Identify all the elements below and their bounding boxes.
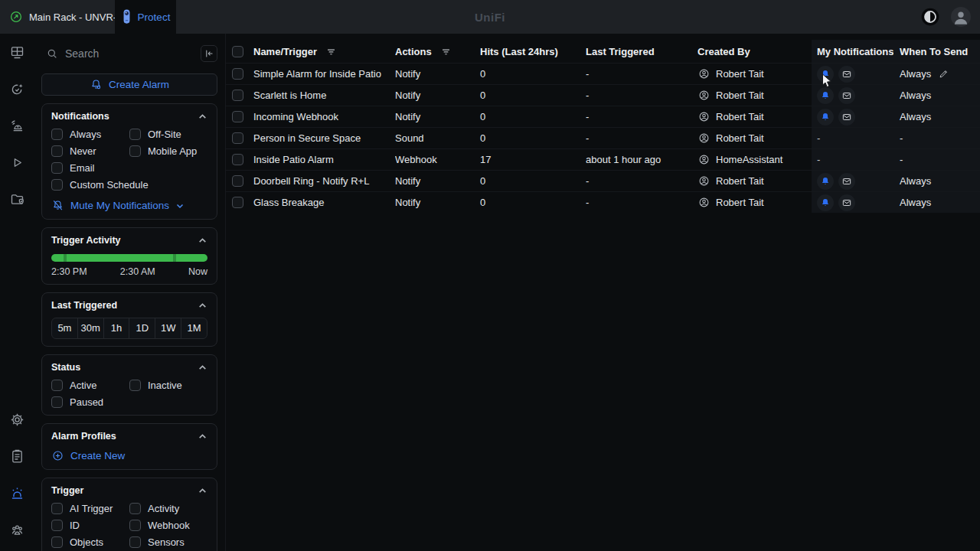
filter-lines-icon[interactable] [441, 47, 451, 57]
filter-id[interactable]: ID [51, 520, 129, 531]
nav-ai-search[interactable] [6, 78, 28, 99]
nav-dashboard[interactable] [6, 41, 28, 63]
filter-lines-icon[interactable] [326, 47, 336, 57]
checkbox[interactable] [51, 536, 63, 548]
checkbox[interactable] [51, 129, 63, 140]
chevron-up-icon[interactable] [198, 236, 207, 246]
checkbox[interactable] [129, 380, 141, 391]
range-1d[interactable]: 1D [129, 318, 155, 338]
filter-activity[interactable]: Activity [129, 503, 207, 514]
chevron-up-icon[interactable] [198, 112, 207, 122]
row-checkbox[interactable] [232, 175, 243, 187]
table-row[interactable]: Glass Breakage Notify 0 - Robert Tait [226, 191, 980, 213]
select-all-checkbox[interactable] [232, 46, 243, 57]
col-created-by[interactable]: Created By [697, 46, 812, 57]
edit-pencil-icon[interactable] [938, 68, 949, 80]
checkbox[interactable] [51, 162, 63, 174]
checkbox[interactable] [129, 129, 141, 140]
nav-archive[interactable] [6, 188, 28, 210]
notification-bell-button[interactable] [817, 194, 834, 211]
theme-toggle-icon[interactable] [920, 7, 940, 27]
chevron-up-icon[interactable] [198, 486, 207, 496]
notification-bell-button[interactable] [817, 173, 834, 190]
console-switcher[interactable]: Main Rack - UNVR-Pro [9, 0, 132, 34]
filter-email[interactable]: Email [51, 162, 129, 174]
filter-inactive[interactable]: Inactive [129, 380, 207, 391]
range-30m[interactable]: 30m [77, 318, 103, 338]
nav-logs[interactable] [6, 445, 28, 467]
row-checkbox[interactable] [232, 154, 243, 165]
checkbox[interactable] [51, 179, 63, 191]
create-alarm-button[interactable]: Create Alarm [41, 73, 217, 96]
notification-bell-button[interactable] [817, 66, 834, 83]
trigger-activity-bar[interactable] [51, 254, 207, 262]
row-checkbox[interactable] [232, 132, 243, 144]
row-checkbox[interactable] [232, 68, 243, 80]
notification-email-button[interactable] [838, 66, 855, 83]
nav-settings[interactable] [6, 409, 28, 430]
checkbox[interactable] [129, 520, 141, 531]
col-my-notifications[interactable]: My Notifications [812, 46, 893, 57]
chevron-up-icon[interactable] [198, 301, 207, 311]
checkbox[interactable] [51, 503, 63, 514]
table-row[interactable]: Scarlett is Home Notify 0 - Robert Tait [226, 84, 980, 106]
filter-always[interactable]: Always [51, 129, 129, 140]
range-5m[interactable]: 5m [52, 318, 77, 338]
table-row[interactable]: Inside Patio Alarm Webhook 17 about 1 ho… [226, 148, 980, 170]
notification-email-button[interactable] [838, 87, 855, 104]
nav-users[interactable] [6, 519, 28, 540]
table-row[interactable]: Incoming Webhook Notify 0 - Robert Tait [226, 106, 980, 127]
nav-cameras[interactable] [6, 115, 28, 136]
col-when-to-send[interactable]: When To Send [893, 46, 980, 57]
col-last-triggered[interactable]: Last Triggered [586, 46, 697, 57]
table-row[interactable]: Simple Alarm for Inside Patio Notify 0 -… [226, 63, 980, 84]
range-1w[interactable]: 1W [155, 318, 181, 338]
table-row[interactable]: Person in Secure Space Sound 0 - Robert … [226, 127, 980, 148]
checkbox[interactable] [51, 396, 63, 408]
col-name-trigger[interactable]: Name/Trigger [253, 46, 395, 57]
row-checkbox[interactable] [232, 90, 243, 101]
filter-never[interactable]: Never [51, 145, 129, 157]
notification-email-button[interactable] [838, 173, 855, 190]
filter-sensors[interactable]: Sensors [129, 536, 207, 548]
notification-email-button[interactable] [838, 194, 855, 211]
notification-bell-button[interactable] [817, 109, 834, 126]
filter-webhook[interactable]: Webhook [129, 520, 207, 531]
chevron-up-icon[interactable] [198, 363, 207, 373]
user-avatar[interactable] [951, 7, 971, 27]
chevron-up-icon[interactable] [198, 432, 207, 442]
filter-paused[interactable]: Paused [51, 396, 129, 408]
checkbox[interactable] [129, 536, 141, 548]
nav-alarm-manager[interactable] [6, 482, 28, 504]
filter-ai-trigger[interactable]: AI Trigger [51, 503, 129, 514]
row-checkbox[interactable] [232, 111, 243, 122]
notification-bell-button[interactable] [817, 87, 834, 104]
filter-mobile-app[interactable]: Mobile App [129, 145, 207, 157]
checkbox[interactable] [51, 145, 63, 157]
user-icon [951, 7, 971, 27]
checkbox[interactable] [129, 145, 141, 157]
checkbox[interactable] [129, 503, 141, 514]
filter-custom-schedule[interactable]: Custom Schedule [51, 179, 207, 191]
range-1m[interactable]: 1M [181, 318, 207, 338]
mute-my-notifications[interactable]: Mute My Notifications [51, 199, 207, 212]
card-last-triggered: Last Triggered 5m 30m 1h 1D 1W 1M [41, 292, 217, 347]
table-row[interactable]: Doorbell Ring - Notify R+L Notify 0 - Ro… [226, 170, 980, 191]
collapse-panel-button[interactable] [201, 45, 217, 62]
tab-protect[interactable]: Protect [115, 0, 176, 34]
col-hits[interactable]: Hits (Last 24hrs) [480, 46, 586, 57]
nav-playback[interactable] [6, 152, 28, 173]
search-placeholder: Search [65, 47, 99, 60]
filter-active[interactable]: Active [51, 380, 129, 391]
filter-objects[interactable]: Objects [51, 536, 129, 548]
activity-mark [173, 254, 176, 262]
col-actions[interactable]: Actions [395, 46, 480, 57]
search-input[interactable]: Search [41, 47, 201, 60]
row-checkbox[interactable] [232, 197, 243, 208]
notification-email-button[interactable] [838, 109, 855, 126]
checkbox[interactable] [51, 380, 63, 391]
filter-off-site[interactable]: Off-Site [129, 129, 207, 140]
create-new-profile-button[interactable]: Create New [51, 449, 207, 462]
checkbox[interactable] [51, 520, 63, 531]
range-1h[interactable]: 1h [103, 318, 129, 338]
